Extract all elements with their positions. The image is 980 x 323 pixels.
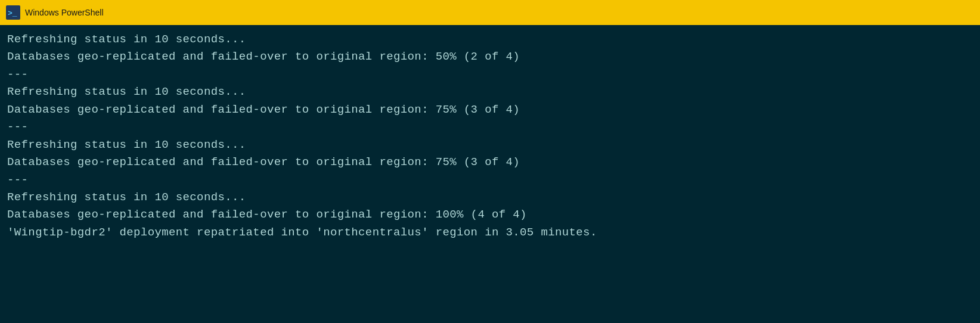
svg-text:>_: >_ bbox=[8, 9, 17, 18]
terminal-line: Databases geo-replicated and failed-over… bbox=[7, 154, 973, 171]
terminal-line: --- bbox=[7, 66, 973, 83]
terminal-line: Refreshing status in 10 seconds... bbox=[7, 189, 973, 206]
title-bar: >_ Windows PowerShell bbox=[0, 0, 980, 25]
terminal-line: 'Wingtip-bgdr2' deployment repatriated i… bbox=[7, 224, 973, 241]
powershell-window: >_ Windows PowerShell Refreshing status … bbox=[0, 0, 980, 323]
terminal-body[interactable]: Refreshing status in 10 seconds...Databa… bbox=[0, 25, 980, 323]
terminal-line: Databases geo-replicated and failed-over… bbox=[7, 101, 973, 119]
terminal-line: Refreshing status in 10 seconds... bbox=[7, 83, 973, 101]
terminal-line: --- bbox=[7, 119, 973, 136]
terminal-line: Refreshing status in 10 seconds... bbox=[7, 136, 973, 154]
terminal-line: Databases geo-replicated and failed-over… bbox=[7, 206, 973, 223]
terminal-line: Databases geo-replicated and failed-over… bbox=[7, 48, 973, 66]
terminal-line: --- bbox=[7, 172, 973, 189]
powershell-icon: >_ bbox=[6, 5, 20, 20]
terminal-line: Refreshing status in 10 seconds... bbox=[7, 31, 973, 48]
title-bar-label: Windows PowerShell bbox=[25, 8, 104, 17]
